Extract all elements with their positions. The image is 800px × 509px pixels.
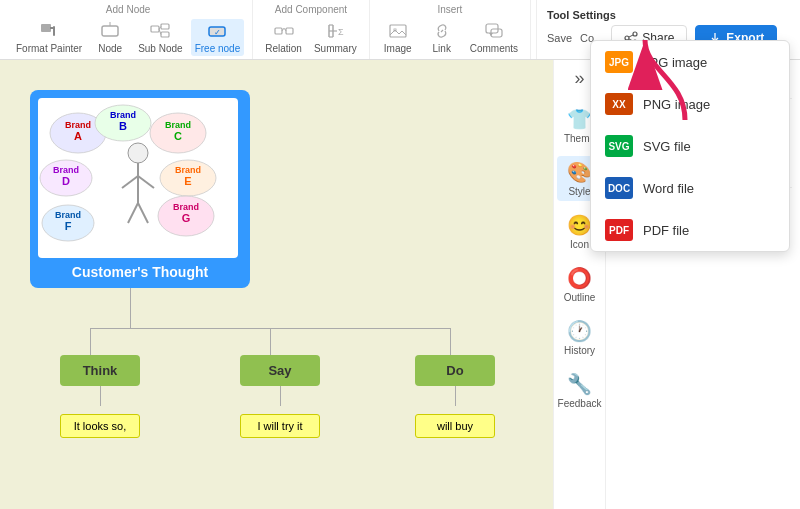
connector-think-v	[90, 328, 91, 358]
svg-rect-0	[41, 24, 51, 32]
connector-do-v	[450, 328, 451, 358]
add-node-items: Format Painter Node Sub Node ✓ Free node	[12, 19, 244, 56]
toolbar-free-node[interactable]: ✓ Free node	[191, 19, 245, 56]
toolbar-comments[interactable]: Comments	[466, 19, 522, 56]
theme-icon: 👕	[567, 107, 592, 131]
format-painter-icon	[37, 21, 61, 41]
svg-rect-5	[151, 26, 159, 32]
toolbar-format-painter[interactable]: Format Painter	[12, 19, 86, 56]
svg-text:Brand: Brand	[65, 120, 91, 130]
pdf-icon: PDF	[605, 219, 633, 241]
svg-text:G: G	[182, 212, 191, 224]
svg-point-53	[128, 143, 148, 163]
toolbar-summary[interactable]: Σ Summary	[310, 19, 361, 56]
png-icon: XX	[605, 93, 633, 115]
svg-text:✓: ✓	[214, 28, 221, 37]
save-button[interactable]: Save	[547, 32, 572, 44]
svg-rect-6	[161, 24, 169, 29]
svg-line-55	[122, 176, 138, 188]
image-icon	[386, 21, 410, 41]
connector-say-gc-v	[280, 386, 281, 406]
svg-line-57	[128, 203, 138, 223]
node-think-group: Think It looks so,	[60, 355, 140, 438]
svg-rect-13	[286, 28, 293, 34]
sidebar-item-feedback[interactable]: 🔧 Feedback	[557, 368, 603, 413]
node-say[interactable]: Say	[240, 355, 320, 386]
group-add-component-label: Add Component	[275, 4, 347, 15]
icon-icon: 😊	[567, 213, 592, 237]
central-node-title: Customer's Thought	[38, 264, 242, 280]
svg-text:A: A	[74, 130, 82, 142]
export-doc[interactable]: DOC Word file	[605, 167, 789, 209]
toolbar-group-insert: Insert Image Link Comments	[370, 0, 531, 59]
toolbar-link[interactable]: Link	[422, 19, 462, 56]
free-node-icon: ✓	[205, 21, 229, 41]
svg-icon: SVG	[605, 135, 633, 157]
sidebar-item-history[interactable]: 🕐 History	[557, 315, 603, 360]
svg-line-29	[629, 35, 633, 37]
insert-items: Image Link Comments	[378, 19, 522, 56]
svg-text:Brand: Brand	[173, 202, 199, 212]
node-think[interactable]: Think	[60, 355, 140, 386]
sidebar-item-outline[interactable]: ⭕ Outline	[557, 262, 603, 307]
svg-text:Brand: Brand	[110, 110, 136, 120]
node-do-group: Do will buy	[415, 355, 495, 438]
connector-think-gc-v	[100, 386, 101, 406]
node-i-will-try-it[interactable]: I will try it	[240, 414, 320, 438]
canvas-area[interactable]: Brand A Brand B Brand C Brand D Brand E …	[0, 60, 553, 509]
style-icon: 🎨	[567, 160, 592, 184]
toolbar-sub-node[interactable]: Sub Node	[134, 19, 186, 56]
brand-bubbles-svg: Brand A Brand B Brand C Brand D Brand E …	[38, 98, 238, 258]
toolbar-node[interactable]: Node	[90, 19, 130, 56]
svg-point-26	[633, 32, 637, 36]
jpg-icon: JPG	[605, 60, 633, 73]
central-node[interactable]: Brand A Brand B Brand C Brand D Brand E …	[30, 90, 250, 288]
svg-rect-2	[53, 26, 55, 36]
link-icon	[430, 21, 454, 41]
toolbar-group-add-component: Add Component Relation Σ Summary	[253, 0, 370, 59]
svg-rect-21	[390, 25, 406, 37]
tool-settings-label: Tool Settings	[547, 9, 786, 21]
central-node-image: Brand A Brand B Brand C Brand D Brand E …	[38, 98, 238, 258]
export-png[interactable]: XX PNG image	[605, 83, 789, 125]
svg-text:Brand: Brand	[53, 165, 79, 175]
export-svg[interactable]: SVG SVG file	[605, 125, 789, 167]
export-dropdown: JPG JPG image XX PNG image SVG SVG file …	[605, 60, 790, 252]
expand-button[interactable]: »	[574, 68, 584, 89]
history-icon: 🕐	[567, 319, 592, 343]
svg-text:Brand: Brand	[165, 120, 191, 130]
add-component-items: Relation Σ Summary	[261, 19, 361, 56]
svg-line-58	[138, 203, 148, 223]
summary-icon: Σ	[323, 21, 347, 41]
doc-icon: DOC	[605, 177, 633, 199]
node-it-looks-so[interactable]: It looks so,	[60, 414, 140, 438]
connector-say-v	[270, 328, 271, 358]
toolbar-group-add-node: Add Node Format Painter Node Sub Node	[4, 0, 253, 59]
svg-line-23	[441, 30, 443, 32]
svg-text:Brand: Brand	[55, 210, 81, 220]
tool-settings-panel: Branch Font	[605, 60, 800, 509]
outline-icon: ⭕	[567, 266, 592, 290]
node-icon	[98, 21, 122, 41]
group-insert-label: Insert	[437, 4, 462, 15]
main-area: Brand A Brand B Brand C Brand D Brand E …	[0, 60, 800, 509]
connector-do-gc-v	[455, 386, 456, 406]
node-will-buy[interactable]: will buy	[415, 414, 495, 438]
export-jpg[interactable]: JPG JPG image	[605, 60, 789, 83]
relation-icon	[272, 21, 296, 41]
feedback-icon: 🔧	[567, 372, 592, 396]
svg-text:E: E	[184, 175, 191, 187]
comments-icon	[482, 21, 506, 41]
sub-node-icon	[148, 21, 172, 41]
toolbar-relation[interactable]: Relation	[261, 19, 306, 56]
svg-point-27	[625, 36, 629, 40]
svg-text:Σ: Σ	[338, 27, 344, 37]
svg-rect-3	[102, 26, 118, 36]
export-pdf[interactable]: PDF PDF file	[605, 209, 789, 251]
node-do[interactable]: Do	[415, 355, 495, 386]
svg-text:C: C	[174, 130, 182, 142]
svg-text:Brand: Brand	[175, 165, 201, 175]
toolbar-image[interactable]: Image	[378, 19, 418, 56]
group-add-node-label: Add Node	[106, 4, 150, 15]
svg-line-56	[138, 176, 154, 188]
